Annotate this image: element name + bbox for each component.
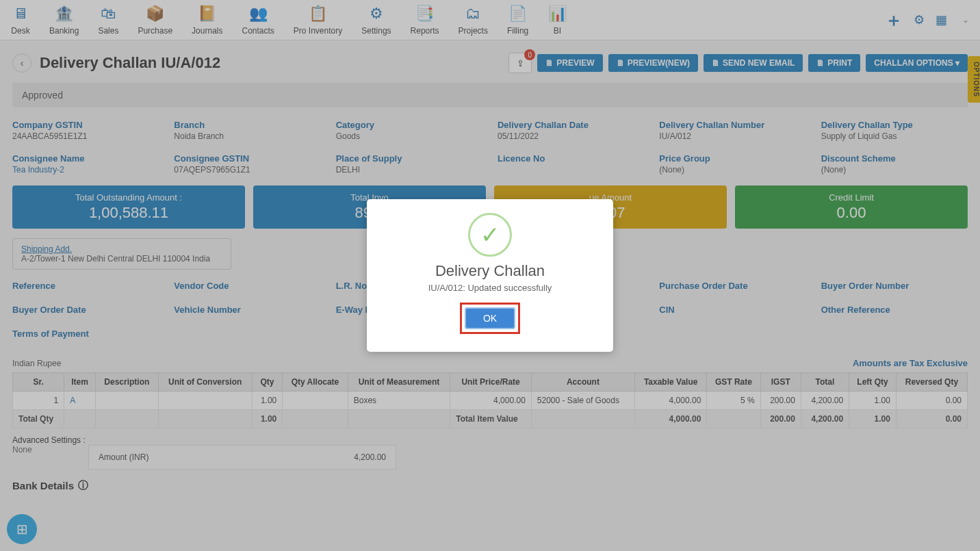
check-circle-icon: ✓ [468,213,512,257]
modal-title: Delivery Challan [383,262,597,280]
modal-message: IU/A/012: Updated successfully [383,283,597,293]
success-modal: ✓ Delivery Challan IU/A/012: Updated suc… [367,199,613,352]
modal-overlay: ✓ Delivery Challan IU/A/012: Updated suc… [0,0,980,504]
modal-ok-highlight: OK [460,303,520,334]
modal-ok-button[interactable]: OK [465,307,515,329]
